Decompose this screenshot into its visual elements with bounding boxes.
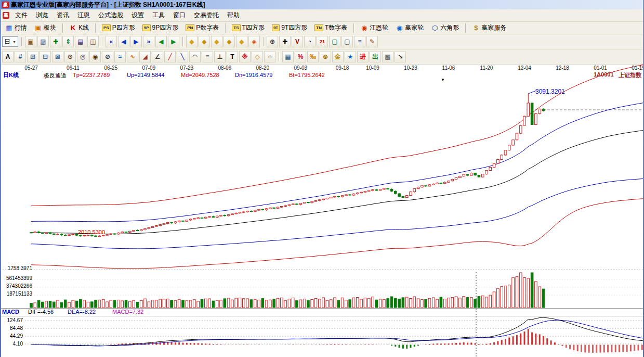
draw2-time-line[interactable]: T (227, 51, 238, 62)
draw2-percent-tool[interactable]: % (295, 51, 306, 62)
draw1-period-combo[interactable]: 日▼ (2, 36, 18, 47)
tool-hexagon[interactable]: ⬡六角形 (428, 22, 462, 34)
draw1-split-window[interactable]: ◫ (87, 36, 99, 47)
draw2-cycle-tool[interactable]: ∿ (127, 51, 138, 62)
tool-winner-service[interactable]: $赢家服务 (469, 22, 509, 34)
draw2-mark-tool[interactable]: ※ (239, 51, 251, 62)
draw1-next-bar[interactable]: ▶ (130, 36, 142, 47)
draw1-screen-green[interactable]: ▢ (329, 36, 340, 47)
draw2-wedge-tool[interactable]: ◢ (139, 51, 151, 62)
tool-p-number[interactable]: PNP数字表 (182, 22, 222, 34)
draw2-table-tool[interactable]: ▦ (282, 51, 294, 62)
draw2-shade-tool[interactable]: ▩ (382, 51, 393, 62)
tool-winner-wheel[interactable]: ◉赢家轮 (392, 22, 427, 34)
draw1-gann-square-2[interactable]: ◆ (199, 36, 210, 47)
tool-sectors[interactable]: ▣板块 (31, 22, 59, 34)
draw2-target-tool[interactable]: ⊚ (320, 51, 331, 62)
draw1-layers[interactable]: ≡ (354, 36, 365, 47)
menu-item-设置[interactable]: 设置 (127, 9, 148, 21)
axis-date-11-20: 11-20 (480, 65, 493, 71)
gann-wheel-label: 江恩轮 (370, 23, 388, 32)
draw2-diamond-tool[interactable]: ◇ (252, 51, 263, 62)
draw1-play-forward[interactable]: ▶ (168, 36, 179, 47)
chart-area[interactable] (0, 65, 644, 357)
winner-service-label: 赢家服务 (481, 23, 506, 32)
draw2-compass-1[interactable]: ⊙ (64, 51, 76, 62)
draw2-no-tool[interactable]: ⊘ (102, 51, 113, 62)
draw1-time-tool[interactable]: ◔ (304, 36, 316, 47)
next-bar-icon: ▶ (134, 39, 138, 45)
draw1-scale-tool[interactable]: ⇕ (62, 36, 74, 47)
tool-t-square[interactable]: TST四方形 (229, 22, 268, 34)
macd-scale-label: 44.29 (1, 333, 23, 339)
menu-item-窗口[interactable]: 窗口 (169, 9, 190, 21)
t-square-icon: TS (232, 24, 240, 31)
draw2-h-grid[interactable]: ⊟ (40, 51, 51, 62)
price-axis-label: 1758.3971 (1, 265, 32, 271)
draw1-gann-square-5[interactable]: ◆ (236, 36, 247, 47)
draw2-trend-down-line[interactable]: ╲ (177, 51, 188, 62)
draw2-grid-tool[interactable]: # (15, 51, 26, 62)
tool-p-square[interactable]: PSP四方形 (99, 22, 138, 34)
draw2-permille-tool[interactable]: ‰ (307, 51, 319, 62)
menu-item-浏览[interactable]: 浏览 (32, 9, 52, 21)
draw1-chart-style[interactable]: ▣ (25, 36, 36, 47)
draw2-gold-ratio[interactable]: 金 (332, 51, 344, 62)
draw1-list-view[interactable]: ▤ (75, 36, 86, 47)
draw2-entry-signal[interactable]: 进 (357, 51, 369, 62)
app-logo-icon[interactable]: 赢 (2, 2, 9, 8)
draw1-crosshair-tool[interactable]: ⊕ (267, 36, 278, 47)
draw1-calendar-21[interactable]: 21 (317, 36, 328, 47)
draw2-wave-tool[interactable]: ≈ (114, 51, 126, 62)
draw2-compass-3[interactable]: ◉ (89, 51, 101, 62)
no-tool-icon: ⊘ (105, 54, 110, 60)
draw1-prev-bar[interactable]: ◀ (118, 36, 129, 47)
draw1-first-bar[interactable]: « (106, 36, 117, 47)
draw2-trend-up-line[interactable]: ╱ (164, 51, 176, 62)
draw2-text-tool[interactable]: A (2, 51, 14, 62)
draw1-add-marker[interactable]: ✚ (50, 36, 61, 47)
menu-item-交易委托[interactable]: 交易委托 (190, 9, 223, 21)
entry-signal-icon: 进 (360, 54, 366, 60)
draw1-gann-square-3[interactable]: ◆ (211, 36, 222, 47)
tool-quotes[interactable]: ▦行情 (2, 22, 30, 34)
draw1-gann-square-4[interactable]: ◆ (224, 36, 235, 47)
menu-item-帮助[interactable]: 帮助 (223, 9, 244, 21)
axis-date-07-09: 07-09 (142, 65, 156, 71)
menu-item-文件[interactable]: 文件 (11, 9, 32, 21)
draw2-angle-tool[interactable]: ∠ (152, 51, 163, 62)
draw2-x-grid[interactable]: ⊠ (52, 51, 63, 62)
menu-item-江恩[interactable]: 江恩 (73, 9, 94, 21)
draw2-fib-levels[interactable]: ≡ (202, 51, 213, 62)
draw2-support-line[interactable]: ⊥ (214, 51, 226, 62)
draw2-square-grid[interactable]: ⊞ (27, 51, 38, 62)
toolbar-separator (279, 52, 279, 61)
draw1-last-bar[interactable]: » (143, 36, 154, 47)
tool-9t-square[interactable]: 9T9T四方形 (269, 22, 310, 34)
draw2-arc-tool[interactable]: ◠ (189, 51, 201, 62)
menu-item-工具[interactable]: 工具 (148, 9, 169, 21)
draw1-play-back[interactable]: ◀ (155, 36, 167, 47)
tool-9p-square[interactable]: 9P9P四方形 (139, 22, 181, 34)
tool-t-number[interactable]: TNT数字表 (311, 22, 350, 34)
draw1-gann-square-1[interactable]: ◆ (186, 36, 198, 47)
volume-axis-label: 374302266 (2, 283, 32, 289)
draw2-exit-signal[interactable]: 出 (370, 51, 381, 62)
draw1-gann-square-6[interactable]: ◈ (248, 36, 260, 47)
draw2-star-tool[interactable]: ★ (345, 51, 356, 62)
draw2-resize-tool[interactable]: ↘ (395, 51, 406, 62)
draw2-compass-2[interactable]: ◎ (77, 51, 88, 62)
draw2-circle-tool[interactable]: ○ (264, 51, 275, 62)
menu-item-公式选股[interactable]: 公式选股 (94, 9, 127, 21)
tool-kline[interactable]: KK线 (66, 22, 92, 34)
axis-date-11-06: 11-06 (442, 65, 455, 71)
p-square-label: P四方形 (112, 23, 135, 32)
draw1-screen-gray[interactable]: ▢ (341, 36, 353, 47)
screen-gray-icon: ▢ (344, 39, 350, 45)
draw1-annotate[interactable]: ✎ (366, 36, 378, 47)
tool-gann-wheel[interactable]: ◉江恩轮 (357, 22, 391, 34)
menu-item-资讯[interactable]: 资讯 (52, 9, 73, 21)
draw1-volume-tool[interactable]: V (292, 36, 303, 47)
draw1-pattern-fill[interactable]: ▨ (37, 36, 49, 47)
draw1-cross-cursor[interactable]: ✚ (279, 36, 291, 47)
